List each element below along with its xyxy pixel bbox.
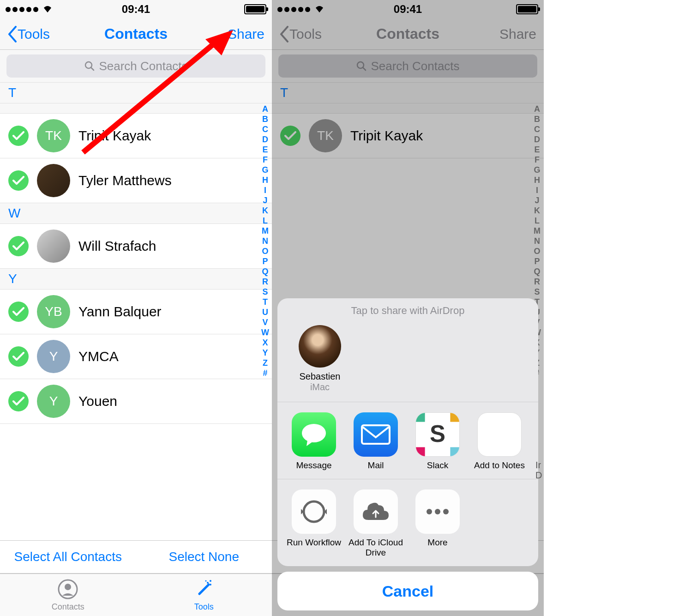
airdrop-name: Sebastien xyxy=(300,371,341,382)
airdrop-target[interactable]: Sebastien iMac xyxy=(290,325,349,393)
index-letter[interactable]: R xyxy=(261,277,269,287)
svg-rect-16 xyxy=(450,413,459,422)
index-letter[interactable]: S xyxy=(261,287,269,297)
svg-rect-17 xyxy=(416,447,425,456)
checkmark-icon[interactable] xyxy=(8,391,29,411)
avatar xyxy=(37,164,70,197)
svg-point-12 xyxy=(302,424,326,442)
share-sheet: Tap to share with AirDrop Sebastien iMac… xyxy=(272,298,544,616)
svg-rect-13 xyxy=(362,425,390,444)
section-sub xyxy=(0,103,272,114)
contact-row[interactable]: TK Tripit Kayak xyxy=(0,114,272,158)
notes-icon xyxy=(477,412,522,457)
action-more[interactable]: More xyxy=(407,489,469,558)
svg-point-4 xyxy=(207,582,209,584)
search-placeholder: Search Contacts xyxy=(99,59,187,73)
share-label: Add to Notes xyxy=(474,460,525,471)
action-icloud[interactable]: Add To iCloud Drive xyxy=(345,489,407,558)
index-letter[interactable]: O xyxy=(261,246,269,256)
search-icon xyxy=(84,60,95,72)
share-app-slack[interactable]: S Slack xyxy=(407,412,469,471)
back-button[interactable]: Tools xyxy=(7,26,50,42)
contact-row[interactable]: Y Youen xyxy=(0,379,272,424)
share-app-notes[interactable]: Add to Notes xyxy=(469,412,530,471)
index-letter[interactable]: Q xyxy=(261,266,269,277)
screen-right: 09:41 Tools Contacts Share Search Contac… xyxy=(272,0,544,616)
bottom-select-bar: Select All Contacts Select None xyxy=(0,540,272,574)
contact-name: YMCA xyxy=(78,349,119,364)
airdrop-device: iMac xyxy=(310,382,330,393)
share-app-mail[interactable]: Mail xyxy=(345,412,407,471)
index-letter[interactable]: L xyxy=(261,216,269,226)
checkmark-icon[interactable] xyxy=(8,170,29,191)
share-apps-row[interactable]: Message Mail S Slack xyxy=(277,402,538,479)
checkmark-icon[interactable] xyxy=(8,126,29,146)
index-letter[interactable]: B xyxy=(261,114,269,124)
index-letter[interactable]: Y xyxy=(261,348,269,358)
share-panel: Tap to share with AirDrop Sebastien iMac… xyxy=(277,298,538,566)
action-workflow[interactable]: Run Workflow xyxy=(283,489,345,558)
alphabet-index[interactable]: ABCDEFGHIJKLMNOPQRSTUVWXYZ# xyxy=(261,104,269,378)
checkmark-icon[interactable] xyxy=(8,302,29,322)
index-letter[interactable]: W xyxy=(261,327,269,338)
section-header-y: Y xyxy=(0,269,272,290)
index-letter[interactable]: T xyxy=(261,297,269,307)
tab-label: Contacts xyxy=(52,602,84,612)
index-letter[interactable]: E xyxy=(261,145,269,155)
index-letter[interactable]: A xyxy=(261,104,269,114)
select-none-button[interactable]: Select None xyxy=(136,541,272,573)
contact-row[interactable]: YB Yann Balquer xyxy=(0,290,272,334)
svg-point-3 xyxy=(65,584,71,590)
index-letter[interactable]: C xyxy=(261,124,269,134)
section-header-w: W xyxy=(0,203,272,224)
contact-row[interactable]: Tyler Matthews xyxy=(0,158,272,203)
share-actions-row[interactable]: Run Workflow Add To iCloud Drive More xyxy=(277,479,538,566)
svg-line-1 xyxy=(91,67,94,70)
share-button[interactable]: Share xyxy=(228,26,264,42)
index-letter[interactable]: P xyxy=(261,256,269,266)
index-letter[interactable]: F xyxy=(261,155,269,165)
action-label: More xyxy=(427,537,447,548)
index-letter[interactable]: N xyxy=(261,236,269,246)
index-letter[interactable]: U xyxy=(261,307,269,317)
svg-point-5 xyxy=(210,584,211,586)
index-letter[interactable]: I xyxy=(261,185,269,195)
contacts-icon xyxy=(57,578,79,600)
index-letter[interactable]: X xyxy=(261,338,269,348)
search-input[interactable]: Search Contacts xyxy=(6,54,265,78)
signal-dots-icon xyxy=(6,7,38,12)
tab-contacts[interactable]: Contacts xyxy=(0,574,136,616)
contact-list[interactable]: T TK Tripit Kayak Tyler Matthews W Will … xyxy=(0,83,272,540)
svg-text:S: S xyxy=(430,421,445,447)
select-all-button[interactable]: Select All Contacts xyxy=(0,541,136,573)
nav-title: Contacts xyxy=(104,25,168,42)
mail-icon xyxy=(354,412,398,457)
share-app-message[interactable]: Message xyxy=(283,412,345,471)
checkmark-icon[interactable] xyxy=(8,236,29,256)
status-bar: 09:41 xyxy=(0,0,272,18)
chevron-left-icon xyxy=(7,26,18,42)
index-letter[interactable]: M xyxy=(261,226,269,236)
slack-icon: S xyxy=(415,412,460,457)
index-letter[interactable]: K xyxy=(261,205,269,216)
index-letter[interactable]: # xyxy=(261,368,269,378)
airdrop-avatar xyxy=(299,325,341,368)
action-label: Add To iCloud Drive xyxy=(345,537,407,558)
more-icon xyxy=(415,489,460,534)
contact-row[interactable]: Y YMCA xyxy=(0,334,272,379)
index-letter[interactable]: H xyxy=(261,175,269,185)
contact-row[interactable]: Will Strafach xyxy=(0,224,272,269)
index-letter[interactable]: J xyxy=(261,195,269,205)
avatar xyxy=(37,229,70,263)
index-letter[interactable]: V xyxy=(261,317,269,327)
contact-name: Tripit Kayak xyxy=(78,128,151,144)
checkmark-icon[interactable] xyxy=(8,346,29,367)
cancel-button[interactable]: Cancel xyxy=(277,572,538,610)
index-letter[interactable]: Z xyxy=(261,358,269,368)
index-letter[interactable]: D xyxy=(261,134,269,145)
svg-rect-15 xyxy=(416,413,425,422)
tab-tools[interactable]: Tools xyxy=(136,574,272,616)
index-letter[interactable]: G xyxy=(261,165,269,175)
airdrop-title: Tap to share with AirDrop xyxy=(277,298,538,320)
tab-label: Tools xyxy=(194,602,214,612)
